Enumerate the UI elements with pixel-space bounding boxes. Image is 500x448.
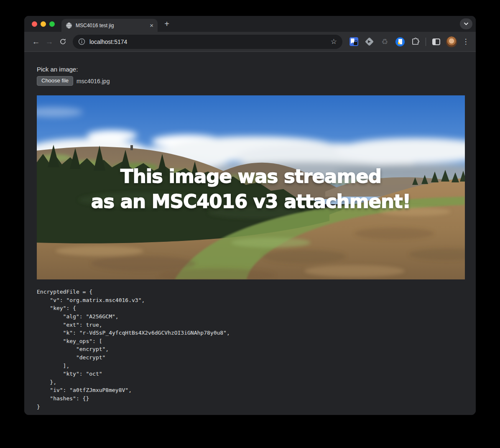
globe-favicon-icon (66, 22, 72, 29)
browser-menu-button[interactable]: ⋮ (462, 37, 470, 46)
side-panel-button[interactable] (431, 36, 441, 47)
document-circle-icon (395, 37, 405, 46)
extensions-menu-button[interactable] (410, 36, 421, 47)
traffic-lights (24, 21, 61, 27)
password-manager-extension-button[interactable] (348, 36, 359, 47)
new-tab-button[interactable]: + (161, 18, 173, 30)
tab-strip: MSC4016 test jig × + (24, 16, 476, 32)
close-tab-icon[interactable]: × (150, 22, 153, 28)
recycle-icon: ♻ (381, 37, 388, 46)
close-window-button[interactable] (32, 21, 37, 27)
zoom-window-button[interactable] (49, 21, 55, 27)
reload-icon (59, 38, 66, 45)
recycle-extension-button[interactable]: ♻ (379, 36, 390, 47)
browser-toolbar: ← → localhost:5174 ☆ (24, 32, 476, 52)
choose-file-button[interactable]: Choose file (37, 76, 73, 86)
site-info-icon[interactable] (78, 38, 85, 45)
puzzle-piece-icon (411, 38, 420, 46)
encrypted-file-json: EncryptedFile = { "v": "org.matrix.msc40… (37, 288, 465, 411)
caption-line-1: This image was streamed (120, 164, 381, 189)
forward-button: → (43, 35, 56, 49)
toolbar-divider (426, 38, 426, 46)
photo-caption-overlay: This image was streamed as an MSC4016 v3… (37, 95, 465, 279)
file-input[interactable]: Choose file msc4016.jpg (37, 76, 465, 86)
web-page: Pick an image: Choose file msc4016.jpg (24, 52, 476, 415)
profile-avatar[interactable] (446, 36, 457, 47)
reload-button[interactable] (56, 35, 69, 49)
selected-filename: msc4016.jpg (77, 78, 110, 84)
shield-lock-icon (349, 37, 358, 46)
extensions-cluster: ♻ ⋮ (348, 36, 471, 47)
tab-msc4016-test-jig[interactable]: MSC4016 test jig × (61, 19, 158, 32)
back-button[interactable]: ← (29, 35, 43, 49)
bookmark-star-icon[interactable]: ☆ (331, 37, 337, 46)
caption-line-2: as an MSC4016 v3 attachment! (91, 189, 411, 214)
desktop-background: MSC4016 test jig × + ← → (0, 0, 500, 448)
streamed-attachment-image: This image was streamed as an MSC4016 v3… (37, 95, 465, 279)
diamond-arrow-icon (365, 37, 373, 46)
tab-title: MSC4016 test jig (76, 23, 146, 28)
url-text[interactable]: localhost:5174 (89, 38, 331, 45)
devtools-extension-button[interactable] (364, 36, 375, 47)
browser-window: MSC4016 test jig × + ← → (24, 16, 476, 415)
tab-search-chevron-button[interactable] (460, 18, 472, 29)
chevron-down-icon (464, 22, 469, 26)
side-panel-icon (432, 38, 440, 45)
docs-extension-button[interactable] (395, 36, 406, 47)
pick-image-label: Pick an image: (37, 66, 465, 73)
minimize-window-button[interactable] (41, 21, 46, 27)
address-bar[interactable]: localhost:5174 ☆ (73, 35, 342, 49)
